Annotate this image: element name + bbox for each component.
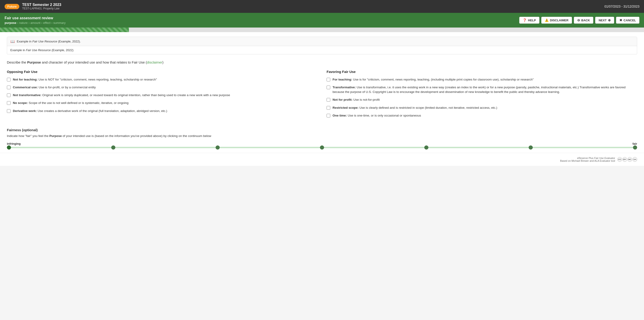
cc-badge: CC BY NC SA	[618, 157, 637, 162]
purpose-bold: Purpose	[27, 60, 41, 64]
cancel-button[interactable]: ✖ CANCEL	[616, 17, 640, 24]
opposing-label-4: No scope: Scope of the use is not well d…	[13, 101, 128, 105]
slider-dot-5[interactable]	[424, 146, 428, 150]
nc-icon: NC	[628, 157, 632, 162]
slider-dot-6[interactable]	[529, 146, 533, 150]
describe-section: Describe the Purpose and character of yo…	[7, 60, 637, 65]
back-icon: ⊖	[577, 18, 580, 22]
footer: eReserve Plus Fair Use Evaluator Based o…	[0, 153, 644, 166]
next-button[interactable]: NEXT ⊕	[595, 17, 614, 24]
breadcrumb-effect[interactable]: effect	[43, 21, 51, 24]
opposing-item-3: Not transformative: Original work is sim…	[7, 93, 318, 98]
fairness-desc: Indicate how "fair" you feel the Purpose…	[7, 134, 637, 138]
future-badge: Future	[4, 4, 19, 9]
back-button[interactable]: ⊖ BACK	[574, 17, 594, 24]
slider-dots	[7, 146, 637, 150]
next-icon: ⊕	[608, 18, 611, 22]
header-left: Future TEST Semester 2 2023 TEST-LAPR401…	[4, 3, 61, 10]
citation-header-text: Example in Fair Use Resource (Example, 2…	[17, 40, 81, 43]
date-range: 01/07/2023 - 31/12/2023	[604, 4, 640, 8]
course-info: TEST Semester 2 2023 TEST-LAPR401: Prope…	[22, 3, 61, 10]
nav-title: Fair use assessment review	[4, 16, 66, 20]
favoring-item-1: For teaching: Use is for "criticism, com…	[326, 77, 637, 82]
sa-icon: SA	[632, 157, 637, 162]
disclaimer-button[interactable]: ⚠️ DISCLAIMER	[541, 17, 572, 24]
opposing-label-5: Derivative work: Use creates a derivativ…	[13, 109, 167, 113]
breadcrumb: purpose › nature › amount › effect › sum…	[4, 21, 66, 24]
opposing-checkbox-1[interactable]	[7, 78, 10, 82]
slider-dot-1[interactable]	[7, 146, 11, 150]
citation-box: 📖 Example in Fair Use Resource (Example,…	[7, 37, 637, 54]
favoring-checkbox-3[interactable]	[326, 98, 330, 102]
favoring-item-2: Transformative: Use is transformative, i…	[326, 85, 637, 94]
fairness-section: Fairness (optional) Indicate how "fair" …	[7, 128, 637, 148]
breadcrumb-summary[interactable]: summary	[53, 21, 65, 24]
slider-dot-2[interactable]	[111, 146, 115, 150]
book-icon: 📖	[10, 39, 15, 44]
nav-buttons: ❓ HELP ⚠️ DISCLAIMER ⊖ BACK NEXT ⊕ ✖ CAN…	[519, 17, 640, 24]
help-icon: ❓	[523, 18, 526, 22]
disclaimer-icon: ⚠️	[545, 18, 548, 22]
by-icon: BY	[622, 157, 627, 162]
favoring-column: Favoring Fair Use For teaching: Use is f…	[326, 70, 637, 121]
opposing-item-4: No scope: Scope of the use is not well d…	[7, 101, 318, 105]
main-content: 📖 Example in Fair Use Resource (Example,…	[0, 32, 644, 153]
nav-left: Fair use assessment review purpose › nat…	[4, 16, 66, 24]
citation-body: Example in Fair Use Resource (Example, 2…	[7, 46, 637, 54]
opposing-checkbox-4[interactable]	[7, 101, 10, 105]
opposing-title: Opposing Fair Use	[7, 70, 318, 74]
cancel-icon: ✖	[620, 18, 622, 22]
opposing-column: Opposing Fair Use Not for teaching: Use …	[7, 70, 318, 121]
help-button[interactable]: ❓ HELP	[519, 17, 540, 24]
breadcrumb-amount[interactable]: amount	[30, 21, 40, 24]
slider-track[interactable]	[7, 147, 637, 148]
opposing-checkbox-2[interactable]	[7, 86, 10, 89]
favoring-label-2: Transformative: Use is transformative, i…	[332, 85, 637, 94]
favoring-checkbox-5[interactable]	[326, 114, 330, 118]
breadcrumb-nature[interactable]: nature	[19, 21, 28, 24]
favoring-checkbox-1[interactable]	[326, 78, 330, 82]
nav-bar: Fair use assessment review purpose › nat…	[0, 13, 644, 28]
favoring-label-1: For teaching: Use is for "criticism, com…	[332, 77, 534, 82]
favoring-checkbox-4[interactable]	[326, 106, 330, 110]
favoring-title: Favoring Fair Use	[326, 70, 637, 74]
favoring-item-5: One time: Use is one-time, or is only oc…	[326, 113, 637, 118]
disclaimer-link[interactable]: disclaimer	[147, 60, 162, 64]
fairness-title: Fairness (optional)	[7, 128, 637, 132]
top-header: Future TEST Semester 2 2023 TEST-LAPR401…	[0, 0, 644, 13]
breadcrumb-purpose[interactable]: purpose	[4, 21, 16, 24]
slider-label-left: infringing	[7, 142, 21, 146]
opposing-checkbox-3[interactable]	[7, 93, 10, 97]
favoring-item-4: Restricted scope: Use is clearly defined…	[326, 106, 637, 110]
favoring-label-5: One time: Use is one-time, or is only oc…	[332, 113, 421, 118]
favoring-label-4: Restricted scope: Use is clearly defined…	[332, 106, 497, 110]
opposing-label-2: Commerical use: Use is for-profit, or by…	[13, 85, 96, 90]
slider-labels: infringing fair	[7, 142, 637, 146]
progress-bar-fill	[0, 28, 129, 32]
course-subtitle: TEST-LAPR401: Property Law	[22, 7, 61, 10]
slider-dot-7[interactable]	[633, 146, 637, 150]
slider-dot-3[interactable]	[216, 146, 220, 150]
opposing-item-1: Not for teaching: Use is NOT for "critic…	[7, 77, 318, 82]
opposing-item-2: Commerical use: Use is for-profit, or by…	[7, 85, 318, 90]
course-title: TEST Semester 2 2023	[22, 3, 61, 7]
footer-text: eReserve Plus Fair Use Evaluator Based o…	[560, 157, 615, 162]
opposing-label-3: Not transformative: Original work is sim…	[13, 93, 230, 98]
favoring-item-3: Not for profit: Use is not-for-profit	[326, 98, 637, 102]
favoring-label-3: Not for profit: Use is not-for-profit	[332, 98, 380, 102]
favoring-checkbox-2[interactable]	[326, 86, 330, 89]
citation-header: 📖 Example in Fair Use Resource (Example,…	[7, 37, 637, 46]
opposing-label-1: Not for teaching: Use is NOT for "critic…	[13, 77, 157, 82]
cc-icon: CC	[618, 157, 622, 162]
opposing-checkbox-5[interactable]	[7, 109, 10, 113]
progress-bar-container	[0, 28, 644, 32]
two-col-layout: Opposing Fair Use Not for teaching: Use …	[7, 70, 637, 121]
opposing-item-5: Derivative work: Use creates a derivativ…	[7, 109, 318, 113]
slider-label-right: fair	[632, 142, 637, 146]
slider-dot-4[interactable]	[320, 146, 324, 150]
